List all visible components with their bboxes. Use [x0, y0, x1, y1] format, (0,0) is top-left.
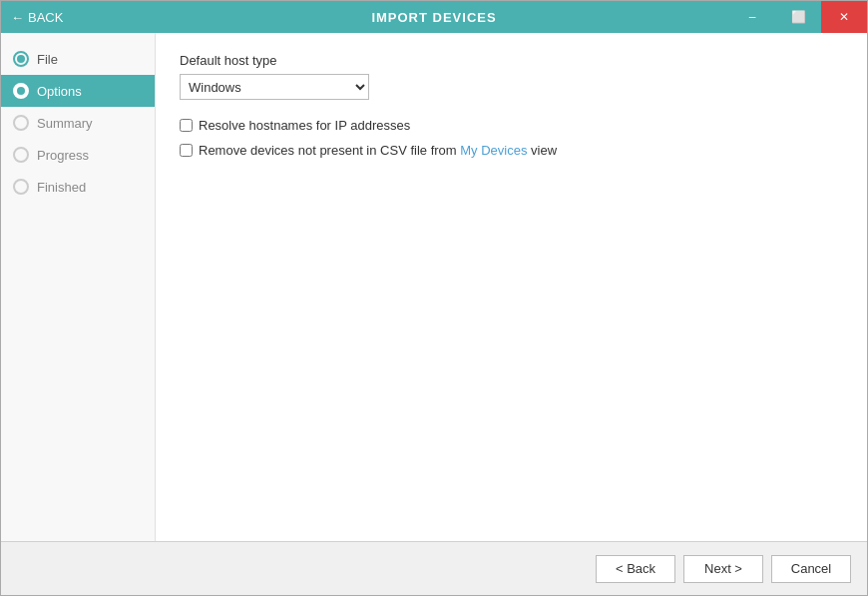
checkbox-remove-text-before: Remove devices not present in CSV file f…: [199, 143, 460, 158]
checkbox-resolve-label: Resolve hostnames for IP addresses: [199, 118, 410, 133]
checkbox-resolve-input[interactable]: [180, 119, 193, 132]
minimize-button[interactable]: –: [729, 1, 775, 33]
next-footer-button[interactable]: Next >: [683, 555, 763, 583]
step-circle-finished: [13, 179, 29, 195]
main-content: Default host type Windows Linux Mac OS X…: [156, 33, 867, 541]
import-devices-window: ← BACK IMPORT DEVICES – ⬜ ✕ File Options…: [0, 0, 868, 596]
sidebar-item-file[interactable]: File: [1, 43, 155, 75]
my-devices-link[interactable]: My Devices: [460, 143, 527, 158]
step-circle-summary: [13, 115, 29, 131]
back-label: BACK: [28, 10, 63, 25]
window-title: IMPORT DEVICES: [371, 10, 496, 25]
checkbox-remove-devices: Remove devices not present in CSV file f…: [180, 143, 843, 158]
sidebar-label-progress: Progress: [37, 148, 89, 163]
content-area: File Options Summary Progress Finished D…: [1, 33, 867, 541]
host-type-label: Default host type: [180, 53, 843, 68]
step-circle-progress: [13, 147, 29, 163]
checkbox-remove-text-after: view: [527, 143, 557, 158]
close-button[interactable]: ✕: [821, 1, 867, 33]
sidebar-label-summary: Summary: [37, 116, 93, 131]
checkbox-resolve-hostnames: Resolve hostnames for IP addresses: [180, 118, 843, 133]
step-circle-options: [13, 83, 29, 99]
back-button[interactable]: ← BACK: [11, 10, 63, 25]
host-type-select[interactable]: Windows Linux Mac OS X: [180, 74, 369, 100]
titlebar-controls: – ⬜ ✕: [729, 1, 867, 33]
sidebar-item-summary[interactable]: Summary: [1, 107, 155, 139]
titlebar: ← BACK IMPORT DEVICES – ⬜ ✕: [1, 1, 867, 33]
back-footer-button[interactable]: < Back: [596, 555, 675, 583]
checkbox-remove-input[interactable]: [180, 144, 193, 157]
sidebar-label-finished: Finished: [37, 180, 86, 195]
cancel-footer-button[interactable]: Cancel: [771, 555, 851, 583]
sidebar-item-finished[interactable]: Finished: [1, 171, 155, 203]
footer: < Back Next > Cancel: [1, 541, 867, 595]
back-arrow-icon: ←: [11, 10, 24, 25]
sidebar-item-progress[interactable]: Progress: [1, 139, 155, 171]
restore-button[interactable]: ⬜: [775, 1, 821, 33]
sidebar-label-file: File: [37, 52, 58, 67]
sidebar-label-options: Options: [37, 84, 82, 99]
checkbox-remove-label: Remove devices not present in CSV file f…: [199, 143, 557, 158]
titlebar-left: ← BACK: [11, 10, 63, 25]
sidebar: File Options Summary Progress Finished: [1, 33, 156, 541]
sidebar-item-options[interactable]: Options: [1, 75, 155, 107]
step-circle-file: [13, 51, 29, 67]
